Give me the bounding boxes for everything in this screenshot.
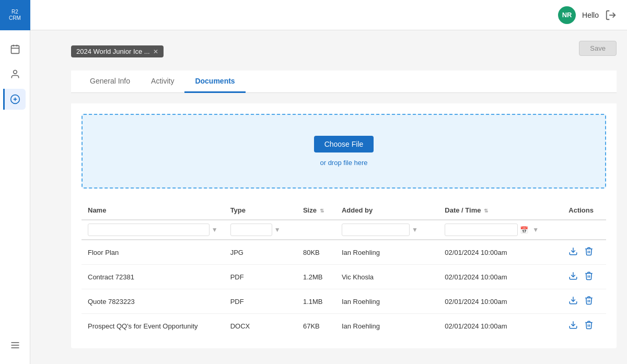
filter-addedby-icon[interactable]: ▼ [412,226,418,233]
drop-text: or drop file here [320,159,367,167]
table-row: Contract 72381 PDF 1.2MB Vic Khosla 02/0… [82,265,606,289]
hello-text: Hello [582,11,599,19]
col-size: Size ⇅ [297,201,335,220]
sort-datetime-icon[interactable]: ⇅ [484,208,488,214]
cell-size: 1.2MB [297,265,335,289]
tab-badge-label: 2024 World Junior Ice ... [76,48,150,55]
col-type: Type [224,201,297,220]
sidebar-nav [5,30,26,326]
delete-icon[interactable] [584,246,594,258]
filter-name-cell: ▼ [82,220,224,240]
table-row: Floor Plan JPG 80KB Ian Roehling 02/01/2… [82,240,606,265]
cell-name: Prospect QQ's for Event Opportunity [82,314,224,338]
sidebar-item-calendar[interactable] [5,39,26,60]
logo-crm: CRM [9,15,21,21]
delete-icon[interactable] [584,271,594,283]
topbar: NR Hello [30,0,627,30]
download-icon[interactable] [568,271,578,283]
filter-addedby-cell: ▼ [335,220,438,240]
download-icon[interactable] [568,296,578,307]
cell-added-by: Vic Khosla [335,265,438,289]
delete-icon[interactable] [584,320,594,332]
filter-datetime-icon[interactable]: ▼ [532,226,539,233]
col-actions: Actions [562,201,606,220]
cell-type: PDF [224,265,297,289]
sort-size-icon[interactable]: ⇅ [320,208,324,214]
documents-panel: Choose File or drop file here Name Type … [71,103,617,348]
choose-file-button[interactable]: Choose File [314,136,374,152]
filter-type-cell: ▼ [224,220,297,240]
tab-activity[interactable]: Activity [141,71,184,93]
cell-actions [562,289,606,314]
col-added-by: Added by [335,201,438,220]
table-body: Floor Plan JPG 80KB Ian Roehling 02/01/2… [82,240,606,338]
calendar-icon[interactable]: 📅 [520,226,528,234]
main-content: 2024 World Junior Ice ... ✕ Save General… [61,30,627,364]
cell-name: Contract 72381 [82,265,224,289]
documents-table: Name Type Size ⇅ Added by Date / Time ⇅ … [82,201,606,338]
tab-badge: 2024 World Junior Ice ... ✕ [71,45,164,57]
cell-name: Floor Plan [82,240,224,265]
download-icon[interactable] [568,246,578,258]
cell-datetime: 02/01/2024 10:00am [438,314,562,338]
cell-type: DOCX [224,314,297,338]
cell-actions [562,240,606,265]
logo-r2: R2 [11,9,18,15]
filter-row: ▼ ▼ ▼ [82,220,606,240]
save-button[interactable]: Save [579,41,617,56]
col-datetime: Date / Time ⇅ [438,201,562,220]
sidebar-bottom [5,326,26,364]
sidebar: R2 CRM [0,0,30,364]
cell-actions [562,265,606,289]
cell-size: 67KB [297,314,335,338]
cell-actions [562,314,606,338]
delete-icon[interactable] [584,296,594,307]
drop-zone[interactable]: Choose File or drop file here [82,114,606,189]
filter-type-input[interactable] [230,224,272,236]
cell-type: PDF [224,289,297,314]
cell-name: Quote 7823223 [82,289,224,314]
svg-point-4 [13,71,17,74]
filter-name-input[interactable] [88,224,210,236]
filter-name-icon[interactable]: ▼ [212,226,218,233]
cell-datetime: 02/01/2024 10:00am [438,240,562,265]
filter-size-cell [297,220,335,240]
tab-general-info[interactable]: General Info [79,71,141,93]
cell-type: JPG [224,240,297,265]
download-icon[interactable] [568,320,578,332]
table-header-row: Name Type Size ⇅ Added by Date / Time ⇅ … [82,201,606,220]
cell-added-by: Ian Roehling [335,314,438,338]
sidebar-item-people[interactable] [5,64,26,85]
table-row: Quote 7823223 PDF 1.1MB Ian Roehling 02/… [82,289,606,314]
cell-added-by: Ian Roehling [335,289,438,314]
logout-button[interactable] [605,9,617,21]
cell-size: 80KB [297,240,335,265]
filter-actions-cell [562,220,606,240]
close-tab-icon[interactable]: ✕ [153,48,158,55]
cell-datetime: 02/01/2024 10:00am [438,265,562,289]
table-row: Prospect QQ's for Event Opportunity DOCX… [82,314,606,338]
cell-size: 1.1MB [297,289,335,314]
cell-datetime: 02/01/2024 10:00am [438,289,562,314]
sidebar-item-deals[interactable] [3,89,26,110]
sidebar-item-menu[interactable] [5,335,26,356]
filter-addedby-input[interactable] [342,224,410,236]
cell-added-by: Ian Roehling [335,240,438,265]
filter-datetime-input[interactable] [445,224,518,236]
filter-type-icon[interactable]: ▼ [274,226,281,233]
tabs: General Info Activity Documents [71,71,617,93]
filter-datetime-cell: 📅 ▼ [438,220,562,240]
avatar: NR [558,6,576,24]
tab-documents[interactable]: Documents [184,71,245,93]
app-logo[interactable]: R2 CRM [0,0,30,30]
svg-rect-0 [11,45,19,53]
col-name: Name [82,201,224,220]
